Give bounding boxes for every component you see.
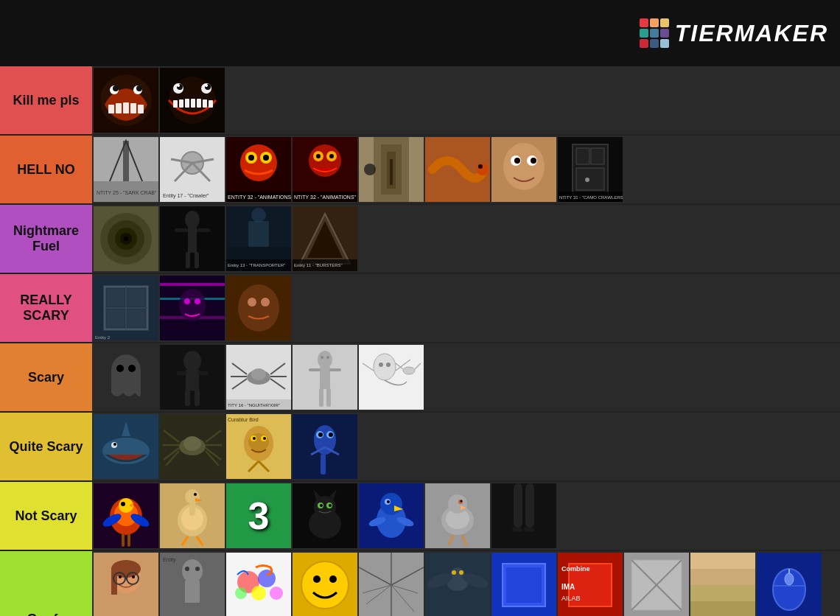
tier-item[interactable] bbox=[160, 345, 225, 410]
logo-cell bbox=[640, 39, 648, 48]
svg-point-265 bbox=[301, 561, 349, 609]
tier-item-inner bbox=[359, 553, 424, 616]
tier-item[interactable] bbox=[491, 553, 556, 616]
tier-item[interactable] bbox=[359, 553, 424, 616]
tier-item[interactable]: Entity 2 bbox=[94, 276, 158, 340]
tier-item[interactable]: TITY 16 - "NGUITHR'XIIR" bbox=[226, 345, 291, 410]
tier-item[interactable] bbox=[94, 206, 158, 271]
tier-label-text: Goofy bbox=[27, 612, 66, 617]
svg-point-233 bbox=[448, 494, 467, 514]
tier-items-kill-me-pls[interactable] bbox=[92, 66, 840, 134]
tier-item[interactable] bbox=[491, 483, 556, 548]
svg-point-119 bbox=[248, 298, 256, 307]
tier-item[interactable] bbox=[293, 345, 357, 410]
svg-text:AILAB: AILAB bbox=[561, 595, 581, 602]
svg-point-135 bbox=[251, 368, 266, 380]
svg-point-216 bbox=[314, 496, 336, 518]
tier-item[interactable] bbox=[160, 68, 225, 133]
tier-item[interactable] bbox=[359, 345, 424, 410]
tier-items-not-scary[interactable]: 3 bbox=[92, 482, 840, 550]
svg-point-278 bbox=[450, 567, 465, 582]
tier-item[interactable] bbox=[425, 483, 490, 548]
svg-rect-202 bbox=[122, 533, 125, 547]
shadow-svg bbox=[160, 345, 225, 410]
svg-point-51 bbox=[329, 154, 334, 158]
svg-point-235 bbox=[461, 500, 463, 503]
tier-item[interactable]: Entity 11 - "BURSTERS" bbox=[293, 206, 357, 271]
tier-item[interactable]: NTITY 25 - "SARK CRAB" bbox=[94, 137, 158, 202]
entity17-svg: Entity 17 - "Crawler" bbox=[160, 137, 225, 202]
tier-items-goofy[interactable]: Entity bbox=[92, 551, 840, 616]
tier-item[interactable]: ENTITY 32 - "ANIMATIONS" bbox=[226, 137, 291, 202]
tier-item-inner bbox=[94, 414, 158, 479]
svg-rect-88 bbox=[186, 252, 190, 268]
tier-item[interactable] bbox=[94, 414, 158, 479]
tier-item[interactable]: NTITY 31 - "CAMO CRAWLERS" bbox=[558, 137, 623, 202]
tier-item[interactable] bbox=[293, 414, 357, 479]
glitch-svg bbox=[160, 276, 225, 340]
tier-item[interactable] bbox=[624, 553, 689, 616]
tier-item[interactable] bbox=[160, 206, 225, 271]
tier-items-nightmare-fuel[interactable]: Entity 13 - "TRANSPORTER" Entity 11 - "B… bbox=[92, 205, 840, 273]
svg-text:TITY 16 - "NGUITHR'XIIR": TITY 16 - "NGUITHR'XIIR" bbox=[228, 403, 280, 407]
tier-item[interactable]: Entity 13 - "TRANSPORTER" bbox=[226, 206, 291, 271]
svg-rect-72 bbox=[591, 148, 604, 164]
hallway-svg bbox=[359, 137, 424, 202]
tier-item[interactable] bbox=[94, 68, 158, 133]
svg-point-166 bbox=[113, 443, 116, 446]
tier-item[interactable] bbox=[226, 553, 291, 616]
tier-items-scary[interactable]: TITY 16 - "NGUITHR'XIIR" bbox=[92, 343, 840, 411]
tier-label-kill-me-pls: Kill me pls bbox=[0, 66, 92, 134]
tier-item[interactable] bbox=[94, 483, 158, 548]
tier-item[interactable]: Curabtur Bird bbox=[226, 414, 291, 479]
svg-text:Entity 2: Entity 2 bbox=[95, 335, 111, 340]
tier-item[interactable] bbox=[491, 137, 556, 202]
tier-item-inner bbox=[160, 68, 225, 133]
bat-creature-svg bbox=[425, 553, 490, 616]
tier-item[interactable] bbox=[94, 553, 158, 616]
tier-item[interactable] bbox=[359, 137, 424, 202]
svg-rect-71 bbox=[576, 148, 589, 164]
tier-items-really-scary[interactable]: Entity 2 bbox=[92, 274, 840, 342]
tier-item[interactable] bbox=[160, 276, 225, 340]
svg-rect-17 bbox=[197, 99, 201, 108]
tier-item[interactable] bbox=[293, 483, 357, 548]
colorful-bird-svg bbox=[94, 483, 158, 548]
svg-text:IMA: IMA bbox=[561, 583, 575, 591]
svg-rect-203 bbox=[127, 533, 130, 547]
logo-cell bbox=[640, 18, 648, 27]
spider-sketch-svg: TITY 16 - "NGUITHR'XIIR" bbox=[226, 345, 291, 410]
tier-item[interactable] bbox=[757, 553, 822, 616]
tier-item[interactable] bbox=[425, 137, 490, 202]
tier-item[interactable] bbox=[160, 414, 225, 479]
tier-item[interactable] bbox=[690, 553, 755, 616]
night-scene-svg: Entity 13 - "TRANSPORTER" bbox=[226, 206, 291, 271]
svg-point-125 bbox=[128, 365, 136, 372]
tier-item[interactable] bbox=[293, 553, 357, 616]
svg-point-64 bbox=[503, 143, 545, 190]
tier-item[interactable] bbox=[226, 276, 291, 340]
shark-svg bbox=[94, 414, 158, 479]
tier-item[interactable] bbox=[160, 483, 225, 548]
svg-rect-14 bbox=[179, 99, 183, 108]
tier-items-quite-scary[interactable]: Curabtur Bird bbox=[92, 413, 840, 480]
tier-item-inner bbox=[359, 345, 424, 410]
tier-item[interactable] bbox=[425, 553, 490, 616]
svg-text:Combine: Combine bbox=[561, 565, 590, 573]
logo-text: TiERMAKER bbox=[675, 20, 828, 47]
svg-rect-86 bbox=[175, 228, 188, 232]
tier-item[interactable] bbox=[359, 483, 424, 548]
tier-item[interactable]: Entity 17 - "Crawler" bbox=[160, 137, 225, 202]
tier-item-inner bbox=[94, 68, 158, 133]
tier-item-inner: NTITY 31 - "CAMO CRAWLERS" bbox=[558, 137, 623, 202]
tier-items-hell-no[interactable]: NTITY 25 - "SARK CRAB" Entity 17 - "Craw… bbox=[92, 136, 840, 203]
tier-label-text: Nightmare Fuel bbox=[6, 223, 86, 254]
tier-item[interactable] bbox=[94, 345, 158, 410]
tier-item-inner bbox=[293, 414, 357, 479]
tier-item[interactable]: 3 bbox=[226, 483, 291, 548]
tier-item[interactable]: NTITY 32 - "ANIMATIONS" bbox=[293, 137, 357, 202]
ghost-svg bbox=[94, 345, 158, 410]
svg-point-68 bbox=[531, 158, 536, 164]
tier-item[interactable]: Entity bbox=[160, 553, 225, 616]
tier-item[interactable]: Combine IMA AILAB bbox=[558, 553, 623, 616]
